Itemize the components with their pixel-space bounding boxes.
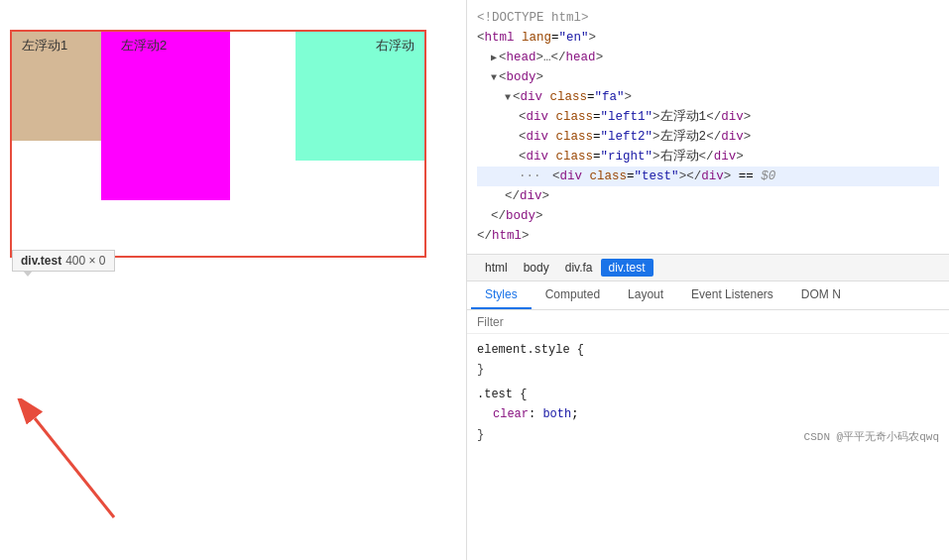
right-panel: <!DOCTYPE html> <html lang="en"> ▶<head>… [466, 0, 949, 560]
dom-line-doctype: <!DOCTYPE html> [477, 8, 939, 28]
element-style-selector: element.style { [477, 343, 584, 357]
dom-line-left1[interactable]: <div class="left1">左浮动1</div> [477, 107, 939, 127]
label-left2: 左浮动2 [121, 37, 167, 55]
filter-input[interactable] [477, 315, 939, 329]
tooltip-size: 400 × 0 [65, 254, 105, 268]
clear-prop: clear [493, 407, 529, 421]
dom-tree: <!DOCTYPE html> <html lang="en"> ▶<head>… [467, 0, 949, 254]
breadcrumb-bar: html body div.fa div.test [467, 254, 949, 281]
label-right: 右浮动 [376, 37, 415, 55]
style-rule-element: element.style { } [477, 340, 939, 381]
dom-line-close-div-fa: </div> [477, 186, 939, 206]
red-arrow [15, 398, 134, 530]
dom-line-html[interactable]: <html lang="en"> [477, 28, 939, 48]
tooltip-label: div.test [21, 254, 61, 268]
breadcrumb-div-fa[interactable]: div.fa [557, 259, 601, 277]
tooltip-box: div.test 400 × 0 [12, 250, 115, 272]
breadcrumb-html[interactable]: html [477, 259, 516, 277]
dom-line-head[interactable]: ▶<head>…</head> [477, 48, 939, 67]
watermark: CSDN @平平无奇小码农qwq [804, 428, 939, 447]
breadcrumb-body[interactable]: body [516, 259, 557, 277]
dom-line-body[interactable]: ▼<body> [477, 67, 939, 87]
test-close: } [477, 428, 484, 442]
clear-value: both [542, 407, 571, 421]
dom-line-close-body: </body> [477, 206, 939, 226]
tab-styles[interactable]: Styles [471, 281, 532, 309]
breadcrumb-div-test[interactable]: div.test [601, 259, 653, 277]
tabs-bar: Styles Computed Layout Event Listeners D… [467, 281, 949, 310]
tab-layout[interactable]: Layout [614, 281, 677, 309]
dom-line-left2[interactable]: <div class="left2">左浮动2</div> [477, 127, 939, 147]
filter-bar [467, 310, 949, 334]
left-panel: 左浮动1 左浮动2 右浮动 div.test 400 × 0 [0, 0, 466, 560]
styles-content: element.style { } .test { clear: both; }… [467, 334, 949, 455]
dom-line-right[interactable]: <div class="right">右浮动</div> [477, 147, 939, 167]
float-demo-container: 左浮动1 左浮动2 右浮动 div.test 400 × 0 [10, 30, 426, 258]
svg-line-1 [35, 418, 114, 517]
tab-event-listeners[interactable]: Event Listeners [677, 281, 787, 309]
tab-computed[interactable]: Computed [532, 281, 614, 309]
dom-line-close-html: </html> [477, 226, 939, 246]
tab-dom-n[interactable]: DOM N [787, 281, 855, 309]
test-selector: .test { [477, 388, 527, 401]
dom-line-test[interactable]: ··· <div class="test"></div> == $0 [477, 167, 939, 186]
element-style-close: } [477, 363, 484, 377]
test-div-tooltip: div.test 400 × 0 [12, 250, 115, 272]
dom-line-div-fa[interactable]: ▼<div class="fa"> [477, 87, 939, 107]
float-left2-box [101, 32, 230, 200]
label-left1: 左浮动1 [22, 37, 67, 55]
